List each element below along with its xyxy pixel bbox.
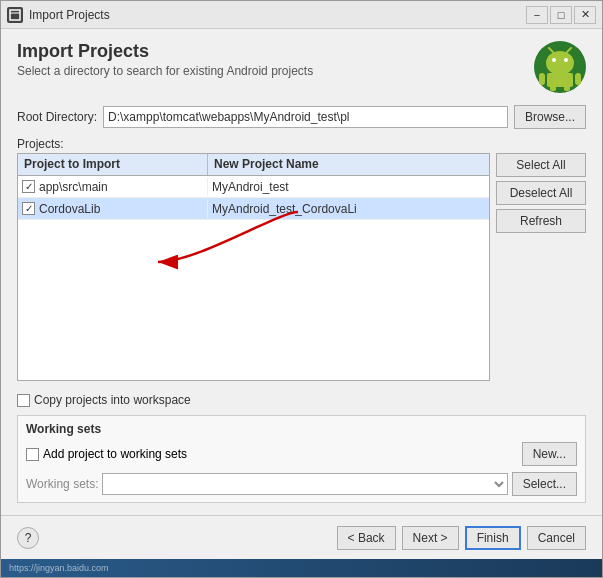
svg-rect-9 (539, 73, 545, 85)
minimize-button[interactable]: − (526, 6, 548, 24)
projects-action-buttons: Select All Deselect All Refresh (496, 153, 586, 381)
back-button[interactable]: < Back (337, 526, 396, 550)
refresh-button[interactable]: Refresh (496, 209, 586, 233)
root-dir-input[interactable] (103, 106, 508, 128)
header-text: Import Projects Select a directory to se… (17, 41, 313, 78)
table-row[interactable]: CordovaLib MyAndroid_test_CordovaLi (18, 198, 489, 220)
watermark-text: https://jingyan.baidu.com (9, 563, 109, 573)
svg-rect-10 (575, 73, 581, 85)
svg-point-5 (564, 58, 568, 62)
window-icon (7, 7, 23, 23)
row2-checkbox[interactable] (22, 202, 35, 215)
projects-area: Project to Import New Project Name app\s… (17, 153, 586, 381)
row2-name-text: MyAndroid_test_CordovaLi (212, 202, 357, 216)
row1-checkbox[interactable] (22, 180, 35, 193)
col-header-import: Project to Import (18, 154, 208, 175)
select-all-button[interactable]: Select All (496, 153, 586, 177)
help-button[interactable]: ? (17, 527, 39, 549)
import-projects-window: Import Projects − □ ✕ Import Projects Se… (0, 0, 603, 578)
working-sets-title: Working sets (26, 422, 577, 436)
dialog-footer: ? < Back Next > Finish Cancel (1, 515, 602, 559)
header-row: Import Projects Select a directory to se… (17, 41, 586, 93)
projects-section: Projects: Project to Import New Project … (17, 137, 586, 381)
projects-label: Projects: (17, 137, 586, 151)
deselect-all-button[interactable]: Deselect All (496, 181, 586, 205)
row2-import-cell: CordovaLib (18, 200, 208, 218)
copy-projects-row: Copy projects into workspace (17, 393, 586, 407)
add-working-row: Add project to working sets New... (26, 442, 577, 466)
android-logo-icon (534, 41, 586, 93)
row1-name-cell: MyAndroi_test (208, 178, 489, 196)
cancel-button[interactable]: Cancel (527, 526, 586, 550)
copy-projects-label: Copy projects into workspace (34, 393, 191, 407)
footer-left: ? (17, 527, 39, 549)
row2-name-cell: MyAndroid_test_CordovaLi (208, 200, 489, 218)
svg-point-4 (552, 58, 556, 62)
maximize-button[interactable]: □ (550, 6, 572, 24)
svg-rect-11 (550, 85, 556, 91)
watermark-strip: https://jingyan.baidu.com (1, 559, 602, 577)
row2-import-text: CordovaLib (39, 202, 100, 216)
row1-name-text: MyAndroi_test (212, 180, 289, 194)
root-dir-label: Root Directory: (17, 110, 97, 124)
close-button[interactable]: ✕ (574, 6, 596, 24)
row1-import-cell: app\src\main (18, 178, 208, 196)
main-content: Import Projects Select a directory to se… (1, 29, 602, 515)
title-bar-controls: − □ ✕ (526, 6, 596, 24)
root-directory-row: Root Directory: Browse... (17, 105, 586, 129)
dialog-subtitle: Select a directory to search for existin… (17, 64, 313, 78)
title-bar: Import Projects − □ ✕ (1, 1, 602, 29)
table-header: Project to Import New Project Name (18, 154, 489, 176)
working-sets-section: Working sets Add project to working sets… (17, 415, 586, 503)
svg-rect-8 (547, 73, 573, 87)
footer-right: < Back Next > Finish Cancel (337, 526, 586, 550)
dialog-title: Import Projects (17, 41, 313, 62)
add-working-sets-label: Add project to working sets (43, 447, 187, 461)
copy-projects-checkbox[interactable] (17, 394, 30, 407)
table-row[interactable]: app\src\main MyAndroi_test (18, 176, 489, 198)
browse-button[interactable]: Browse... (514, 105, 586, 129)
working-sets-input-label: Working sets: (26, 477, 98, 491)
working-sets-select[interactable] (102, 473, 507, 495)
title-bar-text: Import Projects (29, 8, 526, 22)
finish-button[interactable]: Finish (465, 526, 521, 550)
select-working-set-button[interactable]: Select... (512, 472, 577, 496)
svg-rect-0 (10, 10, 20, 20)
add-working-sets-checkbox[interactable] (26, 448, 39, 461)
next-button[interactable]: Next > (402, 526, 459, 550)
projects-table: Project to Import New Project Name app\s… (17, 153, 490, 381)
svg-rect-12 (564, 85, 570, 91)
new-working-set-button[interactable]: New... (522, 442, 577, 466)
col-header-name: New Project Name (208, 154, 489, 175)
working-sets-input-row: Working sets: Select... (26, 472, 577, 496)
svg-point-3 (546, 51, 574, 75)
row1-import-text: app\src\main (39, 180, 108, 194)
